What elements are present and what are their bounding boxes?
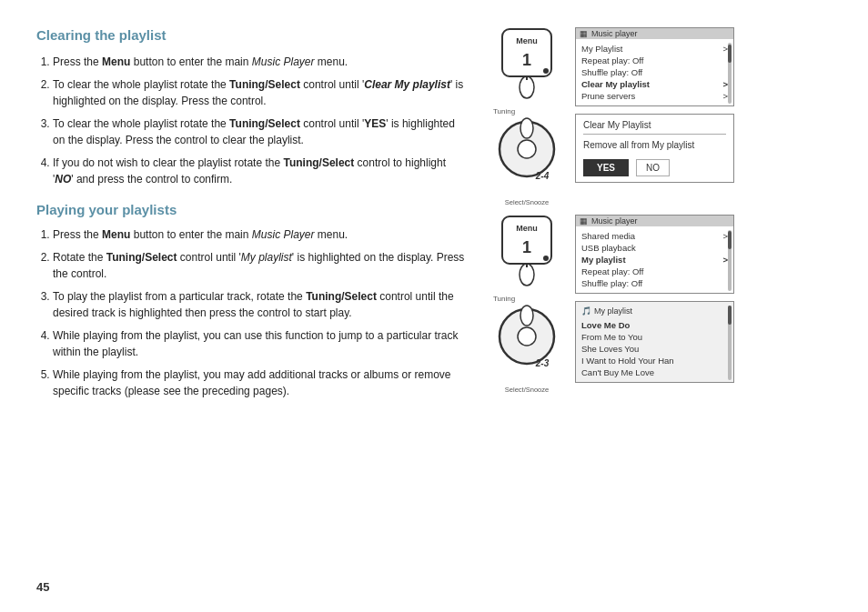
tuning-select-bold-p3: Tuning/Select <box>306 290 377 303</box>
screen-item-text: My playlist <box>581 255 626 265</box>
clear-playlist-title: Clear My Playlist <box>583 120 726 135</box>
clear-playlist-buttons: YES NO <box>583 159 726 176</box>
dial-device-1: Tuning 2-4 Select/Snooze <box>486 107 568 204</box>
screen-item-repeat: Repeat play: Off <box>581 55 728 66</box>
music-player-header-2: ▦ Music player <box>576 216 733 226</box>
menu-bold: Menu <box>102 55 130 68</box>
playing-step-4: While playing from the playlist, you can… <box>53 327 468 360</box>
my-playlist-italic: My playlist <box>241 251 292 264</box>
scrollbar-2 <box>728 230 732 291</box>
page-number: 45 <box>36 580 49 594</box>
screens-group-2: ▦ Music player Shared media > USB playba… <box>575 215 734 383</box>
mp-item-from-me: From Me to You <box>581 331 728 343</box>
clearing-step-2: To clear the whole playlist rotate the T… <box>53 76 468 109</box>
screen-item-text: Shuffle play: Off <box>581 278 642 288</box>
screen-item-repeat-2: Repeat play: Off <box>581 266 728 277</box>
music-player-icon-1: ▦ <box>580 29 588 38</box>
mp-item-cant-buy: Can't Buy Me Love <box>581 366 728 378</box>
right-content: Menu 1 Tuning <box>486 27 832 594</box>
svg-point-17 <box>518 327 536 346</box>
svg-text:1: 1 <box>522 51 531 69</box>
music-player-header-1: ▦ Music player <box>576 28 733 39</box>
devices-group-1: Menu 1 Tuning <box>486 27 568 204</box>
screen-item-text: My Playlist <box>581 44 622 54</box>
devices-group-2: Menu 1 Tuning <box>486 215 568 391</box>
svg-text:Menu: Menu <box>516 36 538 45</box>
tuning-select-bold-4: Tuning/Select <box>283 156 354 169</box>
clear-playlist-screen: Clear My Playlist Remove all from My pla… <box>575 114 734 183</box>
menu-button-svg: Menu 1 <box>495 27 559 100</box>
menu-bold-p1: Menu <box>102 228 130 241</box>
screen-item-my-playlist-2: My playlist > <box>581 254 728 266</box>
illustration-group-2: Menu 1 Tuning <box>486 215 832 391</box>
my-playlist-header: 🎵 My playlist <box>581 306 728 316</box>
screen-item-text: Prune servers <box>581 91 635 101</box>
menu-button-device: Menu 1 <box>486 27 568 100</box>
my-playlist-header-text: My playlist <box>594 306 632 316</box>
svg-point-9 <box>520 118 533 138</box>
dial-device-2: Tuning 2-3 Select/Snooze <box>486 295 568 391</box>
mp-item-love-me-do: Love Me Do <box>581 319 728 331</box>
no-button[interactable]: NO <box>636 159 670 176</box>
screen-item-my-playlist: My Playlist > <box>581 43 728 55</box>
svg-text:1: 1 <box>522 238 531 256</box>
left-content: Clearing the playlist Press the Menu but… <box>36 27 486 594</box>
screen-item-text: Shuffle play: Off <box>581 67 642 77</box>
section-title-clearing: Clearing the playlist <box>36 27 468 43</box>
clearing-step-4: If you do not wish to clear the playlist… <box>53 155 468 187</box>
tuning-label-1: Tuning <box>493 107 515 115</box>
screen-item-text: Clear My playlist <box>581 79 650 89</box>
clearing-step-1: Press the Menu button to enter the main … <box>53 54 468 70</box>
playing-step-2: Rotate the Tuning/Select control until '… <box>53 249 468 282</box>
mp-item-she-loves: She Loves You <box>581 343 728 355</box>
screen-item-clear-my-playlist: Clear My playlist > <box>581 78 728 90</box>
svg-text:2-4: 2-4 <box>535 171 550 181</box>
section-title-playing: Playing your playlists <box>36 202 468 217</box>
music-player-screen-2: ▦ Music player Shared media > USB playba… <box>575 215 734 294</box>
music-player-italic: Music Player <box>252 55 315 68</box>
music-player-screen-1: ▦ Music player My Playlist > Repeat play… <box>575 27 734 106</box>
screen-item-shared-media: Shared media > <box>581 230 728 242</box>
page: Clearing the playlist Press the Menu but… <box>0 0 868 612</box>
tuning-select-bold-3: Tuning/Select <box>229 117 300 130</box>
svg-point-19 <box>520 306 533 326</box>
playing-step-1: Press the Menu button to enter the main … <box>53 226 468 243</box>
screen-item-shuffle-2: Shuffle play: Off <box>581 277 728 289</box>
clear-my-playlist-italic: Clear My playlist <box>364 78 450 91</box>
tuning-select-bold-2: Tuning/Select <box>229 78 300 91</box>
no-italic: NO <box>55 173 71 186</box>
clearing-step-3: To clear the whole playlist rotate the T… <box>53 115 468 148</box>
scrollbar-thumb-1 <box>728 45 732 63</box>
screen-item-usb: USB playback <box>581 242 728 254</box>
playing-step-5: While playing from the playlist, you may… <box>53 366 468 399</box>
dial-svg-2: 2-3 <box>495 305 559 391</box>
yes-button[interactable]: YES <box>583 159 629 176</box>
svg-point-13 <box>543 256 549 261</box>
screen-item-text: USB playback <box>581 243 636 253</box>
scrollbar-1 <box>728 43 732 104</box>
tuning-label-2: Tuning <box>493 295 515 303</box>
svg-point-3 <box>543 68 549 74</box>
music-player-italic-p1: Music Player <box>252 228 315 241</box>
scrollbar-thumb-3 <box>728 306 732 325</box>
svg-text:Menu: Menu <box>516 224 538 233</box>
my-playlist-icon: 🎵 <box>581 306 591 316</box>
svg-text:2-3: 2-3 <box>535 358 550 368</box>
screen-item-shuffle: Shuffle play: Off <box>581 66 728 78</box>
illustration-group-1: Menu 1 Tuning <box>486 27 832 204</box>
screen-item-text: Shared media <box>581 231 635 241</box>
clear-playlist-body: Remove all from My playlist <box>583 140 726 150</box>
clearing-steps-list: Press the Menu button to enter the main … <box>36 54 468 187</box>
screen-item-text: Repeat play: Off <box>581 55 643 65</box>
dial-svg-1: 2-4 <box>495 117 559 204</box>
music-player-header-text-2: Music player <box>591 216 638 226</box>
playing-steps-list: Press the Menu button to enter the main … <box>36 226 468 399</box>
tuning-select-bold-p2: Tuning/Select <box>106 251 177 264</box>
screens-group-1: ▦ Music player My Playlist > Repeat play… <box>575 27 734 183</box>
music-player-icon-2: ▦ <box>580 216 588 226</box>
screen-item-text: Repeat play: Off <box>581 266 643 276</box>
music-player-header-text-1: Music player <box>591 29 638 38</box>
yes-bold: YES <box>364 117 386 130</box>
screen-item-prune-servers: Prune servers > <box>581 90 728 102</box>
svg-point-7 <box>518 140 536 158</box>
